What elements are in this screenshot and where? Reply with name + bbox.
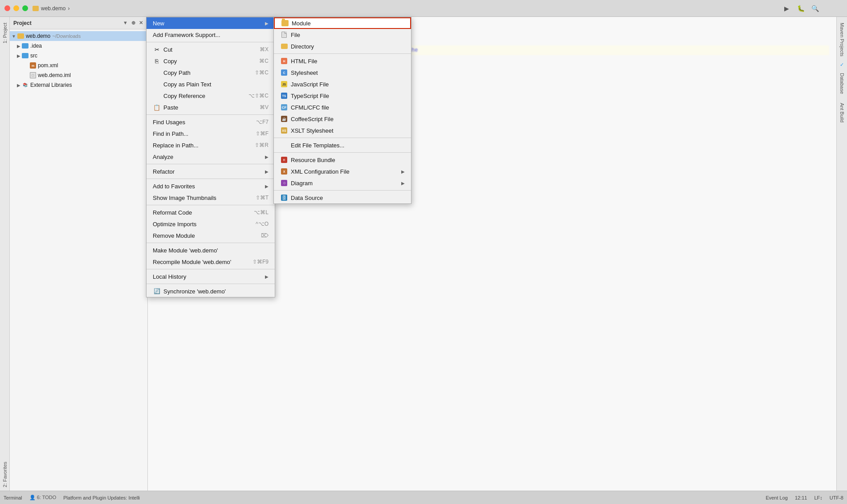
menu-item-reformat[interactable]: Reformat Code ⌥⌘L [147, 207, 275, 218]
panel-add-icon[interactable]: ⊕ [130, 20, 136, 26]
menu-item-coffeescript[interactable]: ☕ CoffeeScript File [274, 113, 411, 125]
root-path: ~/Downloads [52, 33, 81, 39]
iml-label: web.demo.iml [38, 72, 71, 78]
panel-settings-icon[interactable]: ▼ [122, 20, 129, 26]
recompile-label: Recompile Module 'web.demo' [153, 259, 231, 265]
separator-8 [147, 284, 275, 284]
synchronize-label: Synchronize 'web.demo' [163, 288, 226, 295]
debug-button[interactable]: 🐛 [795, 3, 806, 14]
menu-item-refactor[interactable]: Refactor ▶ [147, 166, 275, 177]
menu-item-copy-plain[interactable]: Copy as Plain Text [147, 78, 275, 90]
run-button[interactable]: ▶ [781, 3, 792, 14]
menu-item-edit-templates[interactable]: Edit File Templates... [274, 139, 411, 151]
analyze-arrow: ▶ [265, 154, 269, 159]
menu-item-find-path[interactable]: Find in Path... ⇧⌘F [147, 128, 275, 139]
data-source-label: Data Source [291, 195, 323, 201]
menu-item-javascript[interactable]: JS JavaScript File [274, 78, 411, 90]
panel-header: Project ▼ ⊕ ✕ [10, 17, 147, 29]
directory-folder-icon [281, 44, 288, 49]
find-path-label: Find in Path... [153, 130, 188, 137]
right-panel: Maven Projects ✓ Database Ant Build [836, 17, 847, 491]
tree-root[interactable]: ▼ web.demo ~/Downloads [10, 31, 147, 41]
menu-item-typescript[interactable]: TS TypeScript File [274, 90, 411, 102]
encoding[interactable]: UTF-8 [830, 495, 843, 500]
menu-item-add-framework[interactable]: Add Framework Support... [147, 29, 275, 41]
status-bar: Terminal 👤 6: TODO Platform and Plugin U… [0, 491, 847, 504]
maximize-button[interactable] [22, 5, 28, 11]
menu-item-cut[interactable]: ✂ Cut ⌘X [147, 44, 275, 55]
xml-config-arrow: ▶ [401, 169, 405, 174]
terminal-tab[interactable]: Terminal [4, 495, 22, 500]
find-usages-label: Find Usages [153, 119, 185, 126]
minimize-button[interactable] [13, 5, 19, 11]
menu-item-stylesheet[interactable]: C Stylesheet [274, 67, 411, 78]
tree-pom[interactable]: m pom.xml [10, 61, 147, 70]
menu-item-recompile[interactable]: Recompile Module 'web.demo' ⇧⌘F9 [147, 256, 275, 268]
status-bar-right: Event Log 12:11 LF↕ UTF-8 [766, 495, 843, 500]
menu-item-remove-module[interactable]: Remove Module ⌦ [147, 230, 275, 241]
search-toolbar-button[interactable]: 🔍 [810, 3, 820, 14]
menu-item-local-history[interactable]: Local History ▶ [147, 271, 275, 282]
menu-item-directory[interactable]: Directory [274, 41, 411, 52]
copy-plain-icon [153, 80, 161, 88]
maven-checkmark: ✓ [840, 62, 844, 68]
menu-item-xml-config[interactable]: X XML Configuration File ▶ [274, 166, 411, 177]
copy-path-shortcut: ⇧⌘C [255, 69, 269, 76]
menu-item-image-thumbnails[interactable]: Show Image Thumbnails ⇧⌘T [147, 192, 275, 203]
menu-item-resource-bundle[interactable]: R Resource Bundle [274, 154, 411, 166]
line-ending[interactable]: LF↕ [814, 495, 822, 500]
new-sep-3 [274, 152, 411, 153]
copy-shortcut: ⌘C [259, 58, 269, 64]
todo-tab[interactable]: 👤 6: TODO [29, 495, 57, 500]
menu-item-copy-ref[interactable]: Copy Reference ⌥⇧⌘C [147, 90, 275, 102]
menu-item-xslt[interactable]: XS XSLT Stylesheet [274, 125, 411, 136]
tab-ant-build[interactable]: Ant Build [839, 99, 846, 126]
menu-item-copy[interactable]: ⎘ Copy ⌘C [147, 55, 275, 67]
todo-icon: 👤 [29, 495, 36, 500]
iml-icon: ◻ [30, 72, 36, 78]
tree-extlibs[interactable]: ▶ 📚 External Libraries [10, 80, 147, 90]
src-folder-icon [22, 53, 29, 58]
close-button[interactable] [4, 5, 10, 11]
paste-label: Paste [163, 104, 178, 111]
panel-close-icon[interactable]: ✕ [138, 20, 144, 26]
separator-7 [147, 269, 275, 269]
menu-item-cfml[interactable]: CF CFML/CFC file [274, 102, 411, 113]
menu-item-file[interactable]: File [274, 29, 411, 41]
menu-item-synchronize[interactable]: 🔄 Synchronize 'web.demo' [147, 285, 275, 297]
new-sep-2 [274, 138, 411, 138]
sidebar-item-project[interactable]: 1: Project [1, 19, 8, 47]
tree-iml[interactable]: ◻ web.demo.iml [10, 70, 147, 80]
menu-item-new[interactable]: New ▶ [147, 17, 275, 29]
tab-maven-projects[interactable]: Maven Projects [839, 19, 846, 60]
resource-icon: R [280, 156, 288, 164]
separator-5 [147, 205, 275, 205]
stylesheet-label: Stylesheet [291, 69, 318, 76]
panel-title: Project [13, 20, 32, 26]
tree-src[interactable]: ▶ src [10, 51, 147, 61]
event-log[interactable]: Event Log [766, 495, 788, 500]
menu-item-replace-path[interactable]: Replace in Path... ⇧⌘R [147, 139, 275, 151]
menu-item-add-favorites[interactable]: Add to Favorites ▶ [147, 180, 275, 192]
new-submenu[interactable]: Module File Directory H [273, 17, 411, 204]
tree-idea[interactable]: ▶ .idea [10, 41, 147, 51]
menu-item-make-module[interactable]: Make Module 'web.demo' [147, 244, 275, 256]
menu-item-data-source[interactable]: 🗄 Data Source [274, 192, 411, 203]
remove-module-label: Remove Module [153, 232, 195, 239]
menu-item-diagram[interactable]: ◇ Diagram ▶ [274, 177, 411, 189]
menu-item-analyze[interactable]: Analyze ▶ [147, 151, 275, 163]
find-usages-shortcut: ⌥F7 [256, 119, 269, 125]
root-label: web.demo [26, 33, 50, 39]
menu-item-optimize[interactable]: Optimize Imports ^⌥O [147, 218, 275, 230]
menu-item-module[interactable]: Module [274, 17, 411, 29]
ts-icon: TS [280, 92, 288, 100]
tab-database[interactable]: Database [839, 69, 846, 98]
thumbnails-shortcut: ⇧⌘T [256, 195, 269, 201]
idea-chevron: ▶ [17, 44, 20, 49]
menu-item-html[interactable]: H HTML File [274, 55, 411, 67]
context-menu[interactable]: New ▶ Add Framework Support... ✂ Cut ⌘X … [146, 17, 275, 297]
sidebar-item-favorites[interactable]: 2: Favorites [1, 458, 8, 491]
menu-item-paste[interactable]: 📋 Paste ⌘V [147, 102, 275, 113]
menu-item-copy-path[interactable]: Copy Path ⇧⌘C [147, 67, 275, 78]
menu-item-find-usages[interactable]: Find Usages ⌥F7 [147, 116, 275, 128]
